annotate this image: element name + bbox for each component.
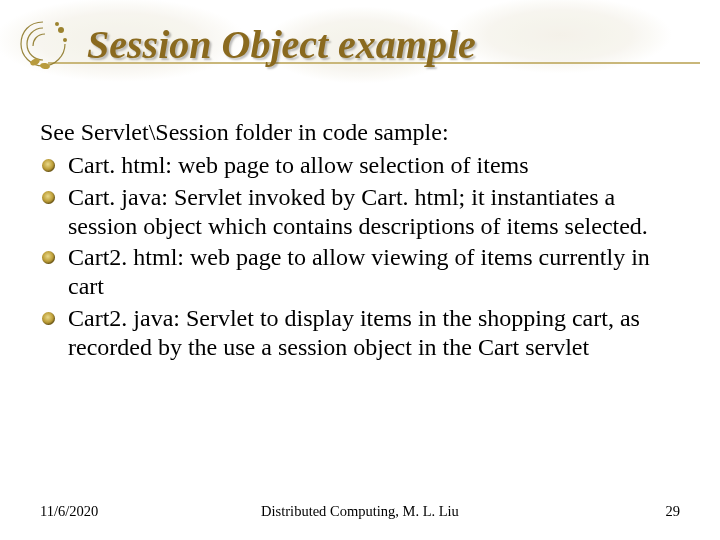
list-item: Cart2. java: Servlet to display items in… [40,304,684,363]
list-item-text: Cart2. java: Servlet to display items in… [68,305,640,360]
bullet-list: Cart. html: web page to allow selection … [40,151,684,362]
title-row: Session Object example [15,16,700,72]
slide-body: See Servlet\Session folder in code sampl… [40,118,684,364]
footer-center: Distributed Computing, M. L. Liu [40,503,680,520]
list-item-text: Cart2. html: web page to allow viewing o… [68,244,650,299]
slide: Session Object example See Servlet\Sessi… [0,0,720,540]
svg-point-0 [58,27,64,33]
list-item-text: Cart. html: web page to allow selection … [68,152,529,178]
svg-point-4 [40,62,51,70]
list-item: Cart. html: web page to allow selection … [40,151,684,180]
list-item-text: Cart. java: Servlet invoked by Cart. htm… [68,184,648,239]
footer: 11/6/2020 Distributed Computing, M. L. L… [40,503,680,520]
slide-title: Session Object example [87,21,476,68]
svg-point-2 [55,22,59,26]
list-item: Cart. java: Servlet invoked by Cart. htm… [40,183,684,242]
svg-point-1 [63,38,67,42]
intro-text: See Servlet\Session folder in code sampl… [40,118,684,147]
title-ornament-icon [15,16,71,72]
list-item: Cart2. html: web page to allow viewing o… [40,243,684,302]
